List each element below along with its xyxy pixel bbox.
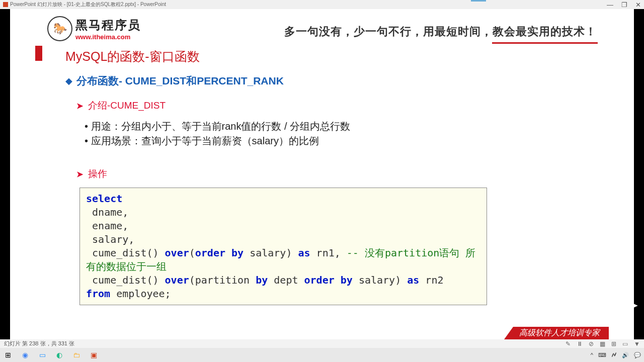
battery-icon[interactable]: 🗲 [611,352,617,358]
ribbon-active-indicator [471,0,486,2]
diamond-bullet-icon: ◆ [65,75,72,86]
bullet-item: 用途：分组内小于、等于当前rank值的行数 / 分组内总行数 [85,119,579,134]
tray-chevron-icon[interactable]: ^ [591,352,593,358]
operation-label: 操作 [88,167,107,180]
slogan-text: 多一句没有，少一句不行，用最短时间，教会最实用的技术！ [284,16,597,39]
intro-label: 介绍-CUME_DIST [88,99,166,112]
ime-icon[interactable]: ⌨ [598,352,606,358]
powerpoint-icon [3,2,8,7]
normal-view-icon[interactable]: ▦ [600,340,605,347]
arrow-bullet-icon: ➤ [76,101,83,111]
slideshow-area[interactable]: 🐎 黑马程序员 www.itheima.com 多一句没有，少一句不行，用最短时… [0,9,644,339]
volume-icon[interactable]: 🔊 [622,352,629,358]
windows-taskbar[interactable]: ⊞ ◉ ▭ ◐ 🗀 ▣ ^ ⌨ 🗲 🔊 💬 [0,348,644,362]
action-center-icon[interactable]: 💬 [634,352,641,358]
folder-icon[interactable]: ▭ [37,350,47,360]
explorer-icon[interactable]: 🗀 [71,350,82,360]
bullet-item: 应用场景：查询小于等于当前薪资（salary）的比例 [85,134,579,148]
end-show-icon[interactable]: ⊘ [589,340,594,347]
close-button[interactable]: ✕ [635,1,641,9]
right-margin [609,9,634,339]
window-titlebar: PowerPoint 幻灯片放映 - [01-史上最全的SQL教程2.pptx]… [0,0,644,9]
left-margin [10,9,35,339]
maximize-button[interactable]: ❐ [621,1,627,9]
minimize-button[interactable]: — [607,1,613,9]
slide-sorter-icon[interactable]: ⊞ [611,340,616,347]
powerpoint-taskbar-icon[interactable]: ▣ [89,350,99,360]
reading-view-icon[interactable]: ▭ [622,340,628,347]
status-bar: 幻灯片 第 238 张，共 331 张 ✎ ⏸ ⊘ ▦ ⊞ ▭ ▼ [0,339,644,348]
logo-url: www.itheima.com [75,33,141,41]
bullet-list: 用途：分组内小于、等于当前rank值的行数 / 分组内总行数 应用场景：查询小于… [85,119,579,148]
slide-counter: 幻灯片 第 238 张，共 331 张 [4,340,566,347]
slogan-underline [492,42,598,44]
arrow-bullet-icon: ➤ [76,169,83,179]
logo-text-cn: 黑马程序员 [75,17,141,33]
logo-block: 🐎 黑马程序员 www.itheima.com [47,16,141,41]
browser-icon[interactable]: ◐ [54,350,64,360]
logo-icon: 🐎 [47,16,72,41]
subsection-heading: 分布函数- CUME_DIST和PERCENT_RANK [76,74,284,88]
slide-content: 🐎 黑马程序员 www.itheima.com 多一句没有，少一句不行，用最短时… [35,9,609,339]
slide-title: MySQL的函数-窗口函数 [65,48,579,65]
brand-footer: 高级软件人才培训专家 [504,327,609,339]
red-edge-tab [35,46,42,61]
window-title: PowerPoint 幻灯片放映 - [01-史上最全的SQL教程2.pptx]… [10,1,607,8]
pen-tool-icon[interactable]: ✎ [566,340,571,347]
mouse-cursor-icon: ➤ [631,301,638,310]
chrome-icon[interactable]: ◉ [20,350,30,360]
sql-code-block: select dname, ename, salary, cume_dist()… [79,188,487,305]
pause-icon[interactable]: ⏸ [577,340,583,347]
start-button[interactable]: ⊞ [3,350,13,360]
slideshow-view-icon[interactable]: ▼ [634,340,640,347]
